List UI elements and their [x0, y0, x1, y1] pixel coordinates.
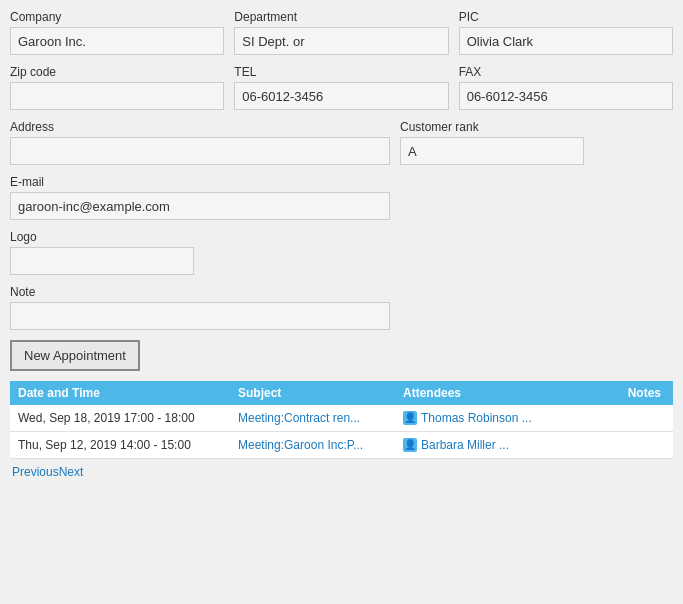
row1-date: Wed, Sep 18, 2019 17:00 - 18:00 [18, 411, 238, 425]
tel-label: TEL [234, 65, 448, 79]
fax-input[interactable] [459, 82, 673, 110]
note-label: Note [10, 285, 390, 299]
header-date-time: Date and Time [18, 386, 238, 400]
new-appointment-button[interactable]: New Appointment [10, 340, 140, 371]
fax-group: FAX [459, 65, 673, 110]
logo-label: Logo [10, 230, 194, 244]
row1-subject[interactable]: Meeting:Contract ren... [238, 411, 403, 425]
attendee-icon [403, 411, 417, 425]
email-group: E-mail [10, 175, 390, 220]
company-label: Company [10, 10, 224, 24]
previous-link[interactable]: Previous [12, 465, 59, 479]
row1-attendees: Thomas Robinson ... [403, 411, 568, 425]
logo-input[interactable] [10, 247, 194, 275]
fax-label: FAX [459, 65, 673, 79]
table-header: Date and Time Subject Attendees Notes [10, 381, 673, 405]
address-input[interactable] [10, 137, 390, 165]
note-group: Note [10, 285, 390, 330]
row2-subject-link[interactable]: Meeting:Garoon Inc:P... [238, 438, 363, 452]
attendee-icon [403, 438, 417, 452]
pic-label: PIC [459, 10, 673, 24]
row2-date: Thu, Sep 12, 2019 14:00 - 15:00 [18, 438, 238, 452]
logo-group: Logo [10, 230, 194, 275]
customer-rank-label: Customer rank [400, 120, 584, 134]
pic-group: PIC [459, 10, 673, 55]
row2-attendees: Barbara Miller ... [403, 438, 568, 452]
table-row: Thu, Sep 12, 2019 14:00 - 15:00 Meeting:… [10, 432, 673, 459]
department-group: Department [234, 10, 448, 55]
tel-input[interactable] [234, 82, 448, 110]
next-link[interactable]: Next [59, 465, 84, 479]
tel-group: TEL [234, 65, 448, 110]
row2-subject[interactable]: Meeting:Garoon Inc:P... [238, 438, 403, 452]
department-input[interactable] [234, 27, 448, 55]
zipcode-label: Zip code [10, 65, 224, 79]
table-row: Wed, Sep 18, 2019 17:00 - 18:00 Meeting:… [10, 405, 673, 432]
header-notes: Notes [568, 386, 665, 400]
row1-attendee-link[interactable]: Thomas Robinson ... [421, 411, 532, 425]
address-group: Address [10, 120, 390, 165]
pagination: PreviousNext [10, 459, 673, 485]
email-input[interactable] [10, 192, 390, 220]
customer-rank-input[interactable] [400, 137, 584, 165]
customer-rank-group: Customer rank [400, 120, 584, 165]
appointments-table: Date and Time Subject Attendees Notes We… [10, 381, 673, 459]
pic-input[interactable] [459, 27, 673, 55]
header-attendees: Attendees [403, 386, 568, 400]
zipcode-group: Zip code [10, 65, 224, 110]
note-input[interactable] [10, 302, 390, 330]
address-label: Address [10, 120, 390, 134]
zipcode-input[interactable] [10, 82, 224, 110]
row1-subject-link[interactable]: Meeting:Contract ren... [238, 411, 360, 425]
header-subject: Subject [238, 386, 403, 400]
row2-attendee-link[interactable]: Barbara Miller ... [421, 438, 509, 452]
company-input[interactable] [10, 27, 224, 55]
company-group: Company [10, 10, 224, 55]
email-label: E-mail [10, 175, 390, 189]
department-label: Department [234, 10, 448, 24]
